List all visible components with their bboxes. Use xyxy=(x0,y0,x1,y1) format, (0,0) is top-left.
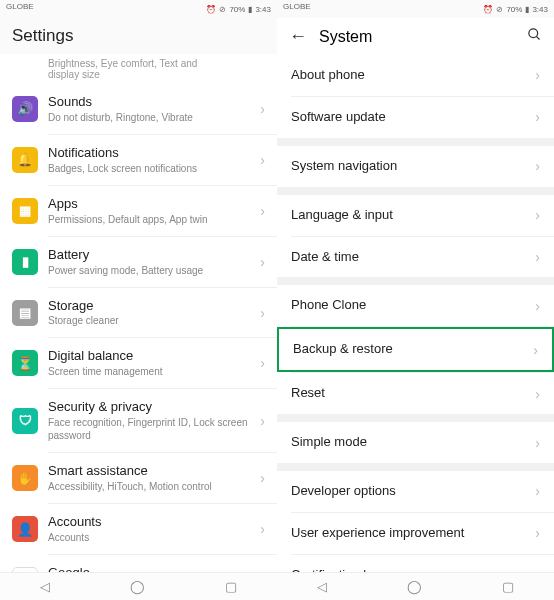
chevron-right-icon: › xyxy=(535,298,540,314)
chevron-right-icon: › xyxy=(260,355,265,371)
dnd-icon: ⊘ xyxy=(496,5,503,14)
item-title: Apps xyxy=(48,196,254,213)
item-subtitle: Permissions, Default apps, App twin xyxy=(48,213,254,226)
system-list[interactable]: About phone › Software update › System n… xyxy=(277,55,554,597)
item-title: Date & time xyxy=(291,249,529,266)
accounts-icon: 👤 xyxy=(12,516,38,542)
apps-icon: ▦ xyxy=(12,198,38,224)
item-subtitle: Face recognition, Fingerprint ID, Lock s… xyxy=(48,416,254,442)
system-item-phone-clone[interactable]: Phone Clone › xyxy=(277,285,554,326)
nav-bar: ◁ ◯ ▢ xyxy=(0,572,277,600)
chevron-right-icon: › xyxy=(260,101,265,117)
chevron-right-icon: › xyxy=(535,109,540,125)
item-subtitle: Screen time management xyxy=(48,365,254,378)
settings-screen: GLOBE ⏰ ⊘ 70% ▮ 3:43 Settings Brightness… xyxy=(0,0,277,600)
item-subtitle: Do not disturb, Ringtone, Vibrate xyxy=(48,111,254,124)
item-title: Backup & restore xyxy=(293,341,527,358)
chevron-right-icon: › xyxy=(260,203,265,219)
item-title: User experience improvement xyxy=(291,525,529,542)
dnd-icon: ⊘ xyxy=(219,5,226,14)
alarm-icon: ⏰ xyxy=(206,5,216,14)
item-title: About phone xyxy=(291,67,529,84)
nav-home[interactable]: ◯ xyxy=(130,579,145,594)
item-title: Software update xyxy=(291,109,529,126)
chevron-right-icon: › xyxy=(535,249,540,265)
alarm-icon: ⏰ xyxy=(483,5,493,14)
chevron-right-icon: › xyxy=(535,386,540,402)
chevron-right-icon: › xyxy=(535,525,540,541)
item-subtitle: Accessibility, HiTouch, Motion control xyxy=(48,480,254,493)
nav-back[interactable]: ◁ xyxy=(317,579,327,594)
time: 3:43 xyxy=(532,5,548,14)
chevron-right-icon: › xyxy=(535,435,540,451)
chevron-right-icon: › xyxy=(260,521,265,537)
system-item-simple-mode[interactable]: Simple mode › xyxy=(277,422,554,463)
battery-pct: 70% xyxy=(506,5,522,14)
item-title: Digital balance xyxy=(48,348,254,365)
item-title: Phone Clone xyxy=(291,297,529,314)
time: 3:43 xyxy=(255,5,271,14)
item-title: System navigation xyxy=(291,158,529,175)
nav-recent[interactable]: ▢ xyxy=(502,579,514,594)
chevron-right-icon: › xyxy=(260,152,265,168)
carrier: GLOBE xyxy=(6,2,34,16)
storage-icon: ▤ xyxy=(12,300,38,326)
item-subtitle: Badges, Lock screen notifications xyxy=(48,162,254,175)
item-title: Smart assistance xyxy=(48,463,254,480)
system-screen: GLOBE ⏰ ⊘ 70% ▮ 3:43 ← System About phon… xyxy=(277,0,554,600)
battery-icon: ▮ xyxy=(525,5,529,14)
svg-line-1 xyxy=(536,36,539,39)
system-item-user-experience-improvement[interactable]: User experience improvement › xyxy=(277,513,554,554)
chevron-right-icon: › xyxy=(260,470,265,486)
item-title: Storage xyxy=(48,298,254,315)
system-item-software-update[interactable]: Software update › xyxy=(277,97,554,138)
system-item-date-time[interactable]: Date & time › xyxy=(277,237,554,278)
settings-item-storage[interactable]: ▤ Storage Storage cleaner › xyxy=(0,288,277,338)
item-subtitle: Power saving mode, Battery usage xyxy=(48,264,254,277)
nav-recent[interactable]: ▢ xyxy=(225,579,237,594)
settings-item-battery[interactable]: ▮ Battery Power saving mode, Battery usa… xyxy=(0,237,277,287)
settings-item-sounds[interactable]: 🔊 Sounds Do not disturb, Ringtone, Vibra… xyxy=(0,84,277,134)
nav-home[interactable]: ◯ xyxy=(407,579,422,594)
chevron-right-icon: › xyxy=(535,207,540,223)
carrier: GLOBE xyxy=(283,2,311,16)
system-item-backup-restore[interactable]: Backup & restore › xyxy=(277,327,554,372)
truncated-row: Brightness, Eye comfort, Text and displa… xyxy=(0,54,277,84)
back-icon[interactable]: ← xyxy=(289,26,307,47)
chevron-right-icon: › xyxy=(533,342,538,358)
nav-back[interactable]: ◁ xyxy=(40,579,50,594)
system-item-developer-options[interactable]: Developer options › xyxy=(277,471,554,512)
system-item-reset[interactable]: Reset › xyxy=(277,373,554,414)
system-item-about-phone[interactable]: About phone › xyxy=(277,55,554,96)
status-bar: GLOBE ⏰ ⊘ 70% ▮ 3:43 xyxy=(0,0,277,18)
search-icon[interactable] xyxy=(527,27,542,46)
settings-item-security[interactable]: 🛡 Security & privacy Face recognition, F… xyxy=(0,389,277,452)
item-subtitle: Accounts xyxy=(48,531,254,544)
item-title: Security & privacy xyxy=(48,399,254,416)
security-icon: 🛡 xyxy=(12,408,38,434)
chevron-right-icon: › xyxy=(535,483,540,499)
item-title: Developer options xyxy=(291,483,529,500)
svg-point-0 xyxy=(529,29,538,38)
item-subtitle: Storage cleaner xyxy=(48,314,254,327)
settings-list[interactable]: Brightness, Eye comfort, Text and displa… xyxy=(0,54,277,600)
page-title: Settings xyxy=(0,18,277,54)
notifications-icon: 🔔 xyxy=(12,147,38,173)
item-title: Simple mode xyxy=(291,434,529,451)
item-title: Notifications xyxy=(48,145,254,162)
settings-item-apps[interactable]: ▦ Apps Permissions, Default apps, App tw… xyxy=(0,186,277,236)
smart-assistance-icon: ✋ xyxy=(12,465,38,491)
system-item-language-input[interactable]: Language & input › xyxy=(277,195,554,236)
page-title: System xyxy=(319,28,515,46)
item-title: Sounds xyxy=(48,94,254,111)
settings-item-notifications[interactable]: 🔔 Notifications Badges, Lock screen noti… xyxy=(0,135,277,185)
settings-item-smart-assistance[interactable]: ✋ Smart assistance Accessibility, HiTouc… xyxy=(0,453,277,503)
chevron-right-icon: › xyxy=(535,67,540,83)
system-item-system-navigation[interactable]: System navigation › xyxy=(277,146,554,187)
battery-icon: ▮ xyxy=(248,5,252,14)
battery-pct: 70% xyxy=(229,5,245,14)
settings-item-accounts[interactable]: 👤 Accounts Accounts › xyxy=(0,504,277,554)
settings-item-digital-balance[interactable]: ⏳ Digital balance Screen time management… xyxy=(0,338,277,388)
chevron-right-icon: › xyxy=(260,413,265,429)
nav-bar: ◁ ◯ ▢ xyxy=(277,572,554,600)
